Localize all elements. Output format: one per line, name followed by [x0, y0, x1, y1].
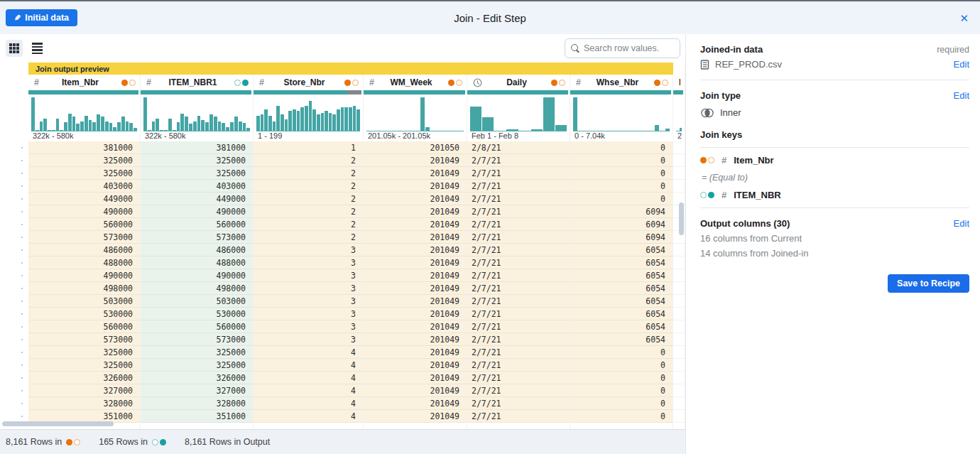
join-keys-title: Join keys — [700, 129, 742, 140]
status-label: 8,161 Rows in — [6, 437, 62, 447]
table-cell: 2 — [254, 205, 363, 218]
row-marker[interactable] — [0, 333, 28, 346]
output-columns-title: Output columns (30) — [700, 218, 790, 229]
list-view-toggle[interactable] — [28, 40, 45, 57]
table-cell: 573000 — [28, 333, 140, 346]
inner-join-icon — [700, 108, 714, 118]
column-range-label: 322k - 580k — [141, 131, 253, 141]
table-cell: 2/7/21 — [467, 320, 570, 333]
table-cell: 0 — [570, 359, 673, 372]
column-range-label: 201.05k - 201.05k — [364, 131, 467, 141]
row-marker[interactable] — [0, 320, 28, 333]
row-marker[interactable] — [0, 141, 28, 154]
row-marker[interactable] — [0, 308, 28, 320]
table-cell: 490000 — [28, 205, 140, 218]
table-cell: 201049 — [364, 167, 467, 180]
row-marker[interactable] — [0, 231, 28, 244]
numeric-type-icon: # — [146, 77, 151, 87]
table-cell: 403000 — [28, 180, 140, 193]
table-cell: 486000 — [28, 244, 140, 256]
table-cell: 3 — [254, 244, 363, 256]
join-key-left[interactable]: # Item_Nbr — [700, 155, 969, 166]
column-histogram[interactable] — [467, 94, 570, 131]
table-cell — [673, 141, 685, 154]
row-marker[interactable] — [0, 218, 28, 231]
numeric-type-icon: # — [259, 77, 264, 87]
table-cell: 498000 — [141, 282, 253, 295]
column-header-item_nbr[interactable]: #Item_Nbr — [28, 75, 140, 90]
table-cell — [673, 410, 685, 423]
row-marker[interactable] — [0, 193, 28, 205]
table-cell: 560000 — [28, 320, 140, 333]
column-header-whse_nbr[interactable]: #Whse_Nbr — [570, 75, 673, 90]
column-header-store_nbr[interactable]: #Store_Nbr — [254, 75, 363, 90]
row-gutter — [0, 63, 28, 429]
table-cell: 201049 — [364, 269, 467, 282]
row-marker[interactable] — [0, 269, 28, 282]
column-header-r[interactable]: R — [673, 75, 685, 90]
output-columns-edit-link[interactable]: Edit — [954, 218, 969, 229]
table-cell: 201049 — [364, 308, 467, 320]
column-histogram[interactable] — [141, 94, 253, 131]
column-header-daily[interactable]: Daily — [467, 75, 570, 90]
column-histogram[interactable] — [28, 94, 140, 131]
row-marker[interactable] — [0, 256, 28, 269]
table-cell: 573000 — [28, 231, 140, 244]
row-marker[interactable] — [0, 346, 28, 359]
search-input[interactable] — [584, 43, 674, 53]
table-cell: 4 — [254, 372, 363, 384]
row-marker[interactable] — [0, 295, 28, 308]
column-header-item_nbr1[interactable]: #ITEM_NBR1 — [141, 75, 253, 90]
table-cell: 2/7/21 — [467, 295, 570, 308]
table-cell — [673, 333, 685, 346]
grid-view-toggle[interactable] — [6, 40, 23, 57]
join-type-edit-link[interactable]: Edit — [954, 90, 969, 101]
row-marker[interactable] — [0, 359, 28, 372]
table-cell: 0 — [570, 346, 673, 359]
save-to-recipe-button[interactable]: Save to Recipe — [888, 274, 969, 293]
column-histogram[interactable] — [570, 94, 673, 131]
table-cell — [673, 346, 685, 359]
table-cell: 3 — [254, 295, 363, 308]
column-histogram[interactable] — [254, 94, 363, 131]
table-cell: 325000 — [28, 167, 140, 180]
row-marker[interactable] — [0, 205, 28, 218]
row-marker[interactable] — [0, 167, 28, 180]
column-source-dots — [234, 80, 249, 86]
column-range-label: 0 - 7.04k — [570, 131, 673, 141]
table-cell: 0 — [570, 372, 673, 384]
search-icon — [571, 44, 579, 53]
table-cell: 4 — [254, 410, 363, 423]
column-histogram[interactable] — [673, 94, 685, 131]
table-cell: 325000 — [28, 154, 140, 167]
table-cell: 0 — [570, 180, 673, 193]
current-source-dots — [700, 157, 714, 163]
table-cell: 0 — [570, 384, 673, 397]
table-cell: 381000 — [28, 141, 140, 154]
row-marker[interactable] — [0, 244, 28, 256]
row-marker[interactable] — [0, 372, 28, 384]
numeric-type-icon: # — [34, 77, 39, 87]
table-cell: 201049 — [364, 384, 467, 397]
column-histogram[interactable] — [364, 94, 467, 131]
numeric-type-icon: # — [369, 77, 374, 87]
join-key-right[interactable]: # ITEM_NBR — [700, 190, 969, 200]
search-box[interactable] — [565, 38, 680, 58]
horizontal-scrollbar[interactable] — [2, 421, 114, 426]
status-source-dots — [152, 439, 166, 445]
table-cell: 6054 — [570, 333, 673, 346]
row-marker[interactable] — [0, 282, 28, 295]
row-marker[interactable] — [0, 180, 28, 193]
close-icon[interactable]: ✕ — [959, 13, 969, 23]
vertical-scrollbar[interactable] — [679, 202, 684, 235]
column-name: Whse_Nbr — [584, 77, 651, 87]
table-cell: 403000 — [141, 180, 253, 193]
row-marker[interactable] — [0, 384, 28, 397]
row-marker[interactable] — [0, 154, 28, 167]
table-cell: 449000 — [141, 193, 253, 205]
joined-in-edit-link[interactable]: Edit — [954, 59, 969, 70]
table-cell: 0 — [570, 193, 673, 205]
column-header-wm_week[interactable]: #WM_Week — [364, 75, 467, 90]
table-cell: 2/7/21 — [467, 256, 570, 269]
row-marker[interactable] — [0, 397, 28, 410]
